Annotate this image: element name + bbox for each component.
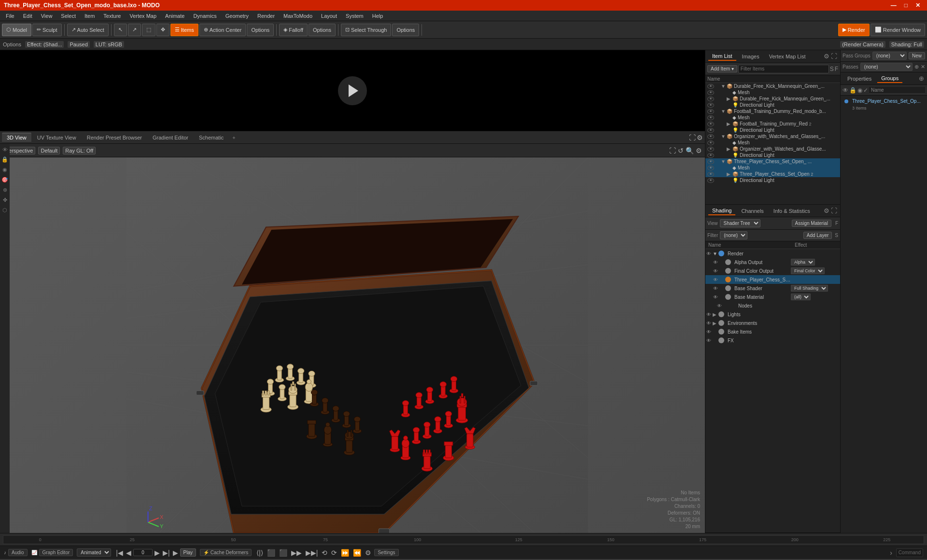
tab-channels[interactable]: Channels [737, 207, 767, 215]
ray-mode-select[interactable]: Ray GL: Off [63, 147, 96, 154]
tab-properties[interactable]: Properties [843, 75, 875, 83]
add-item-btn[interactable]: Add Item ▾ [707, 65, 737, 72]
filter-icon-2[interactable]: F [835, 66, 838, 72]
play-preview-btn[interactable] [338, 76, 367, 105]
menu-texture[interactable]: Texture [99, 12, 125, 20]
shader-row-bake-items[interactable]: 👁 Bake Items [705, 327, 840, 336]
play-btn[interactable]: ▶ [172, 549, 179, 557]
shader-eye[interactable]: 👁 [713, 277, 718, 282]
render-window-btn[interactable]: ⬜ Render Window [871, 24, 925, 36]
menu-geometry[interactable]: Geometry [222, 12, 253, 20]
menu-view[interactable]: View [37, 12, 56, 20]
sculpt-btn[interactable]: ✏ Sculpt [32, 24, 62, 36]
shader-arrow-environments[interactable]: ▶ [713, 321, 717, 326]
menu-file[interactable]: File [2, 12, 18, 20]
shader-row-final-color[interactable]: 👁 Final Color Output Final Color [705, 266, 840, 275]
filter-items-input[interactable] [738, 65, 829, 73]
tree-item[interactable]: 👁 💡 Directional Light [705, 152, 840, 158]
auto-select-btn[interactable]: ↗ Auto Select [67, 24, 109, 36]
viewport-expand-icon[interactable]: ⛶ [689, 134, 696, 141]
tab-shading[interactable]: Shading [708, 207, 735, 215]
eye-icon[interactable]: 👁 [707, 109, 714, 114]
menu-render[interactable]: Render [253, 12, 279, 20]
vp-icon-3[interactable]: 🔍 [686, 147, 694, 154]
shader-eye[interactable]: 👁 [713, 294, 718, 300]
graph-editor-btn[interactable]: Graph Editor [39, 549, 73, 556]
menu-animate[interactable]: Animate [161, 12, 188, 20]
tree-item[interactable]: 👁 ◆ Mesh [705, 114, 840, 121]
options-btn-3[interactable]: Options [392, 24, 419, 36]
vp-left-icon-6[interactable]: ✤ [2, 196, 8, 204]
properties-icon[interactable]: ⊕ [919, 75, 924, 82]
tab-images[interactable]: Images [738, 53, 763, 60]
groups-check-icon[interactable]: ✓ [863, 87, 868, 94]
viewport-canvas[interactable]: X Y Z No Items Polygons : Catmull-Clark … [10, 157, 705, 533]
passes-icon-2[interactable]: ✕ [921, 64, 925, 70]
shader-settings-icon[interactable]: ⚙ [824, 207, 829, 214]
shader-eye[interactable]: 👁 [713, 260, 718, 265]
animated-select[interactable]: Animated [77, 548, 111, 557]
shader-eye[interactable]: 👁 [717, 303, 722, 308]
shader-arrow[interactable]: ▼ [713, 251, 717, 256]
tab-item-list[interactable]: Item List [708, 52, 736, 61]
filter-icon[interactable]: S [830, 66, 834, 72]
falloff-btn[interactable]: ◈ Falloff [279, 24, 308, 36]
eye-icon[interactable]: 👁 [707, 147, 714, 152]
shader-eye[interactable]: 👁 [713, 286, 718, 291]
tree-item[interactable]: 👁 ▶ 📦 Football_Training_Dummy_Red 2 [705, 121, 840, 127]
shader-row-render[interactable]: 👁 ▼ Render [705, 249, 840, 258]
pass-groups-select[interactable]: (none) [872, 52, 907, 60]
groups-eye-icon[interactable]: 👁 [843, 87, 848, 94]
eye-icon[interactable]: 👁 [707, 115, 714, 120]
model-btn[interactable]: ⬡ Model [2, 24, 31, 36]
go-start-btn[interactable]: |◀ [115, 549, 124, 557]
3d-viewport[interactable]: Perspective Default Ray GL: Off ⛶ ↺ 🔍 ⚙ … [0, 144, 705, 533]
eye-icon[interactable]: 👁 [707, 178, 714, 183]
command-arrow-icon[interactable]: › [890, 549, 892, 557]
maximize-btn[interactable]: □ [901, 2, 911, 9]
eye-icon[interactable]: 👁 [707, 122, 714, 126]
il-expand-icon[interactable]: ⛶ [831, 53, 837, 60]
tab-groups[interactable]: Groups [877, 74, 902, 83]
vp-icon-1[interactable]: ⛶ [669, 147, 676, 154]
shader-expand-icon[interactable]: ⛶ [831, 207, 837, 214]
eye-icon[interactable]: 👁 [707, 103, 714, 108]
shader-row-lights[interactable]: 👁 ▶ Lights [705, 310, 840, 319]
close-btn[interactable]: ✕ [913, 2, 923, 9]
tree-arrow-expand[interactable]: ▶ [727, 121, 731, 126]
minimize-btn[interactable]: — [888, 2, 899, 9]
vp-left-icon-3[interactable]: ◉ [1, 166, 8, 174]
tree-arrow-expand[interactable]: ▶ [727, 171, 731, 177]
shader-filter-select[interactable]: (none) [720, 231, 747, 239]
tab-3d-view[interactable]: 3D View [2, 133, 31, 142]
tab-vertex-map-list[interactable]: Vertex Map List [765, 53, 810, 60]
vp-left-icon-7[interactable]: ⬡ [1, 206, 8, 214]
items-btn[interactable]: ☰ Items [170, 24, 198, 36]
shader-row-base-material[interactable]: 👁 Base Material (all) [705, 293, 840, 301]
toolbar-icon-3[interactable]: ⬚ [142, 24, 155, 36]
base-shader-effect-select[interactable]: Full Shading [791, 285, 828, 292]
eye-icon[interactable]: 👁 [707, 166, 714, 170]
play-label-btn[interactable]: Play [180, 548, 196, 557]
eye-icon[interactable]: 👁 [707, 84, 714, 89]
tree-item[interactable]: 👁 ▼ 📦 Durable_Free_Kick_Mannequin_Green_… [705, 83, 840, 89]
final-effect-select[interactable]: Final Color [791, 267, 825, 274]
tree-item[interactable]: 👁 ▼ 📦 Organizer_with_Watches_and_Glasses… [705, 133, 840, 140]
pb-icon-5[interactable]: ▶▶| [305, 549, 319, 557]
menu-layout[interactable]: Layout [317, 12, 341, 20]
tree-item[interactable]: 👁 ◆ Mesh [705, 89, 840, 96]
add-tab-btn[interactable]: + [229, 134, 238, 141]
tree-item[interactable]: 👁 ▶ 📦 Organizer_with_Watches_and_Glasse.… [705, 146, 840, 152]
tree-item[interactable]: 👁 ◆ Mesh [705, 140, 840, 146]
menu-system[interactable]: System [342, 12, 367, 20]
shader-eye[interactable]: 👁 [706, 338, 711, 343]
shader-row-chess[interactable]: 👁 Three_Player_Chess_Set_.... [705, 275, 840, 284]
menu-help[interactable]: Help [368, 12, 387, 20]
menu-edit[interactable]: Edit [19, 12, 36, 20]
vp-left-icon-5[interactable]: ⊕ [2, 186, 8, 194]
go-end-btn[interactable]: ▶| [162, 549, 171, 557]
vp-left-icon-4[interactable]: 🎯 [0, 176, 9, 184]
pb-icon-2[interactable]: ⬛ [266, 549, 276, 557]
eye-icon[interactable]: 👁 [707, 140, 714, 145]
pb-icon-3[interactable]: ⬛ [278, 549, 288, 557]
